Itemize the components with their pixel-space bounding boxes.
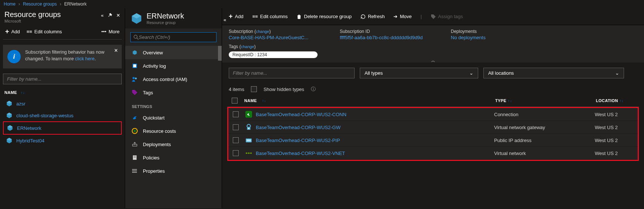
nav-search[interactable] bbox=[130, 32, 217, 42]
resource-group-item[interactable]: azsr bbox=[3, 98, 122, 109]
columns-icon: ≡≡ bbox=[27, 29, 32, 34]
svg-rect-18 bbox=[246, 139, 251, 142]
column-header-location[interactable]: LOCATION↑↓ bbox=[596, 98, 637, 103]
people-icon bbox=[132, 76, 138, 82]
add-button[interactable]: + Add bbox=[5, 28, 20, 36]
quickstart-icon bbox=[132, 115, 138, 121]
ellipsis-icon: ••• bbox=[101, 29, 107, 34]
edit-columns-button[interactable]: ≡≡ Edit columns bbox=[27, 29, 62, 34]
change-subscription-link[interactable]: change bbox=[256, 29, 269, 34]
info-icon[interactable]: ⓘ bbox=[311, 86, 316, 92]
resource-group-item[interactable]: cloud-shell-storage-westus bbox=[3, 109, 122, 121]
svg-point-16 bbox=[248, 128, 249, 129]
info-link[interactable]: click here bbox=[75, 56, 95, 61]
row-checkbox[interactable] bbox=[233, 111, 239, 117]
deployments-value[interactable]: No deployments bbox=[451, 35, 540, 40]
nav-resource-costs[interactable]: Resource costs bbox=[125, 124, 222, 138]
breadcrumb-home[interactable]: Home bbox=[4, 1, 16, 7]
resource-location: West US 2 bbox=[595, 138, 635, 143]
collapse-icon[interactable]: « bbox=[224, 17, 226, 23]
log-icon bbox=[132, 63, 138, 69]
delete-button[interactable]: Delete resource group bbox=[296, 14, 352, 19]
assign-tags-button[interactable]: Assign tags bbox=[431, 14, 463, 19]
row-checkbox[interactable] bbox=[233, 150, 239, 156]
table-row[interactable]: BaseTeamOverhead-CORP-WUS2-VNET Virtual … bbox=[228, 147, 638, 160]
subscription-value[interactable]: Core-BASE-HAS-PM-AzureGuestC... bbox=[229, 35, 318, 40]
nav-list: Overview Activity log Access control (IA… bbox=[125, 46, 222, 178]
chevron-down-icon: ⌄ bbox=[469, 70, 473, 76]
close-icon[interactable]: ✕ bbox=[116, 13, 120, 18]
resource-group-item-selected[interactable]: ERNetwork bbox=[3, 121, 122, 135]
nav-activity-log[interactable]: Activity log bbox=[125, 59, 222, 73]
subscription-label: Subscription bbox=[229, 29, 253, 34]
resource-group-icon bbox=[130, 12, 143, 25]
add-button[interactable]: +Add bbox=[229, 13, 244, 20]
column-header-type[interactable]: TYPE↑↓ bbox=[495, 98, 591, 103]
tag-pill[interactable]: RequestID : 1234 bbox=[229, 51, 318, 58]
chevron-up-icon[interactable]: ︽ bbox=[431, 58, 435, 63]
change-tags-link[interactable]: change bbox=[241, 44, 254, 49]
resource-name[interactable]: BaseTeamOverhead-CORP-WUS2-VNET bbox=[256, 151, 345, 156]
resource-name[interactable]: BaseTeamOverhead-CORP-WUS2-PIP bbox=[256, 138, 340, 143]
resource-type: Connection bbox=[494, 112, 590, 117]
resource-group-icon bbox=[7, 125, 13, 131]
svg-point-4 bbox=[133, 77, 135, 79]
nav-tags[interactable]: Tags bbox=[125, 86, 222, 99]
svg-point-12 bbox=[132, 169, 133, 170]
resource-table: BaseTeamOverhead-CORP-WUS2-CONN Connecti… bbox=[227, 107, 639, 161]
cube-icon bbox=[132, 50, 138, 55]
svg-point-20 bbox=[248, 152, 249, 154]
table-row[interactable]: BaseTeamOverhead-CORP-WUS2-GW Virtual ne… bbox=[228, 121, 638, 134]
nav-section-settings: SETTINGS bbox=[125, 99, 222, 111]
resource-name[interactable]: BaseTeamOverhead-CORP-WUS2-GW bbox=[256, 125, 341, 130]
refresh-icon bbox=[360, 14, 366, 19]
show-hidden-checkbox[interactable] bbox=[251, 86, 257, 92]
table-row[interactable]: BaseTeamOverhead-CORP-WUS2-PIP Public IP… bbox=[228, 134, 638, 147]
scrollbar[interactable] bbox=[218, 46, 222, 61]
breadcrumb-current: ERNetwork bbox=[64, 1, 87, 7]
edit-columns-button[interactable]: ≡≡Edit columns bbox=[252, 14, 288, 19]
deployments-label: Deployments bbox=[451, 29, 540, 34]
nav-quickstart[interactable]: Quickstart bbox=[125, 111, 222, 124]
resource-filter-input[interactable] bbox=[229, 68, 355, 78]
nav-policies[interactable]: Policies bbox=[125, 151, 222, 164]
filter-input[interactable] bbox=[3, 74, 122, 84]
arrow-right-icon: ➔ bbox=[393, 14, 398, 19]
info-icon: i bbox=[7, 50, 21, 63]
table-row[interactable]: BaseTeamOverhead-CORP-WUS2-CONN Connecti… bbox=[228, 108, 638, 121]
move-button[interactable]: ➔Move bbox=[393, 14, 412, 19]
more-button[interactable]: ••• More bbox=[101, 29, 120, 34]
row-checkbox[interactable] bbox=[233, 137, 239, 143]
panel-title: Resource groups bbox=[4, 10, 61, 19]
detail-panel: « +Add ≡≡Edit columns Delete resource gr… bbox=[222, 8, 644, 208]
columns-icon: ≡≡ bbox=[252, 14, 258, 19]
breadcrumb: Home › Resource groups › ERNetwork bbox=[0, 0, 644, 8]
gateway-icon bbox=[245, 124, 252, 131]
show-hidden-label: Show hidden types bbox=[264, 87, 304, 92]
location-dropdown[interactable]: All locations ⌄ bbox=[483, 68, 624, 78]
resource-group-item[interactable]: HybridTest04 bbox=[3, 135, 122, 146]
row-checkbox[interactable] bbox=[233, 124, 239, 130]
nav-deployments[interactable]: Deployments bbox=[125, 138, 222, 151]
column-header-name[interactable]: NAME↑↓ bbox=[244, 98, 491, 103]
resource-type: Virtual network bbox=[494, 151, 590, 156]
deployments-icon bbox=[132, 141, 138, 147]
sort-icon: ↑↓ bbox=[21, 91, 25, 95]
refresh-button[interactable]: Refresh bbox=[360, 14, 385, 19]
collapse-icon[interactable]: « bbox=[101, 13, 104, 18]
type-dropdown[interactable]: All types ⌄ bbox=[360, 68, 478, 78]
column-header-name[interactable]: NAME ↑↓ bbox=[3, 84, 122, 98]
subscription-id-value[interactable]: ffff5f5f-aa6a-bb7b-cc8c-dddddd9d9d9d bbox=[340, 35, 429, 40]
svg-rect-10 bbox=[134, 156, 136, 156]
pin-icon[interactable] bbox=[107, 13, 113, 18]
resource-location: West US 2 bbox=[595, 125, 635, 130]
info-close-icon[interactable]: ✕ bbox=[114, 48, 118, 53]
resource-group-icon bbox=[6, 100, 13, 107]
nav-properties[interactable]: Properties bbox=[125, 164, 222, 178]
resource-name[interactable]: BaseTeamOverhead-CORP-WUS2-CONN bbox=[256, 112, 346, 117]
nav-search-input[interactable] bbox=[139, 34, 213, 40]
nav-overview[interactable]: Overview bbox=[125, 46, 222, 59]
breadcrumb-resource-groups[interactable]: Resource groups bbox=[23, 1, 57, 7]
nav-access-control[interactable]: Access control (IAM) bbox=[125, 73, 222, 86]
select-all-checkbox[interactable] bbox=[232, 98, 238, 104]
